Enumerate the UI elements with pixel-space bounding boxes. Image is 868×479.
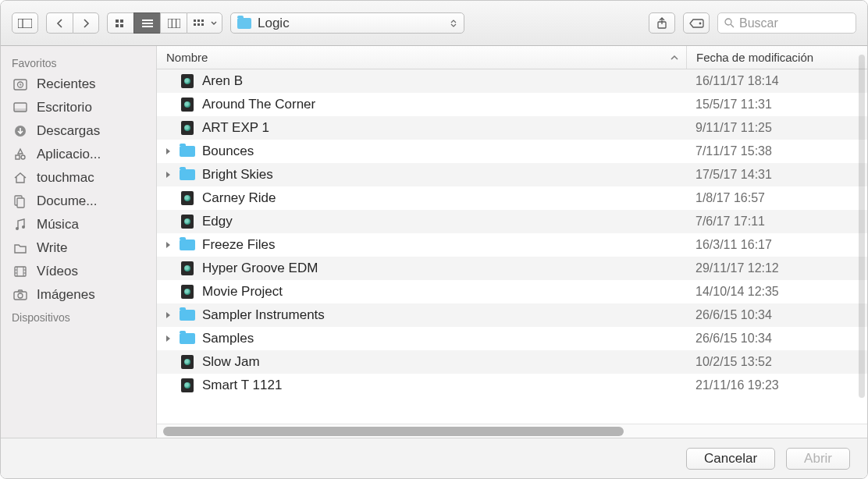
back-button[interactable] (46, 12, 73, 34)
logic-project-icon (179, 355, 196, 369)
view-list-button[interactable] (133, 12, 160, 34)
open-button[interactable]: Abrir (786, 448, 850, 470)
path-label: Logic (258, 16, 443, 31)
sidebar-item-im-genes[interactable]: Imágenes (1, 283, 156, 307)
main-area: FavoritosRecientesEscritorioDescargasApl… (1, 46, 867, 438)
file-name: Edgy (196, 214, 686, 229)
svg-point-19 (699, 22, 702, 24)
sidebar-item-label: Descargas (37, 123, 100, 139)
sidebar-item-write[interactable]: Write (1, 236, 156, 260)
film-icon (12, 264, 29, 279)
file-name: Smart T 1121 (196, 378, 686, 393)
sidebar-item-label: Imágenes (37, 287, 95, 303)
toolbar: Logic Buscar (1, 1, 867, 46)
dialog-footer: Cancelar Abrir (1, 438, 867, 478)
disclosure-triangle-icon[interactable] (157, 241, 179, 249)
file-row[interactable]: Aren B16/11/17 18:14 (157, 69, 867, 93)
music-icon (12, 218, 29, 232)
share-button[interactable] (649, 12, 675, 34)
download-icon (12, 124, 29, 138)
svg-rect-7 (142, 23, 153, 24)
path-dropdown[interactable]: Logic (230, 12, 464, 34)
sidebar-item-v-deos[interactable]: Vídeos (1, 260, 156, 283)
sidebar-toggle-button[interactable] (12, 12, 38, 34)
file-date: 16/3/11 16:17 (686, 238, 867, 252)
sidebar: FavoritosRecientesEscritorioDescargasApl… (1, 46, 157, 438)
file-date: 15/5/17 11:31 (686, 98, 867, 112)
sort-ascending-icon (671, 55, 678, 61)
sidebar-item-docume-[interactable]: Docume... (1, 190, 156, 213)
sidebar-item-label: touchmac (37, 170, 94, 186)
search-placeholder: Buscar (739, 16, 778, 30)
file-row[interactable]: Slow Jam10/2/15 13:52 (157, 350, 867, 374)
svg-rect-9 (168, 19, 180, 28)
svg-rect-16 (197, 23, 200, 26)
sidebar-item-touchmac[interactable]: touchmac (1, 166, 156, 190)
file-date: 7/11/17 15:38 (686, 144, 867, 158)
file-row[interactable]: Edgy7/6/17 17:11 (157, 210, 867, 233)
sidebar-item-label: Música (37, 217, 79, 232)
column-date-label: Fecha de modificación (696, 51, 813, 64)
folder-icon (12, 241, 29, 255)
column-date[interactable]: Fecha de modificación (686, 46, 867, 69)
sidebar-item-aplicacio-[interactable]: Aplicacio... (1, 143, 156, 166)
file-row[interactable]: Bounces7/11/17 15:38 (157, 140, 867, 163)
file-row[interactable]: Smart T 112121/11/16 19:23 (157, 374, 867, 397)
file-date: 1/8/17 16:57 (686, 191, 867, 205)
file-row[interactable]: Carney Ride1/8/17 16:57 (157, 186, 867, 210)
view-icons-button[interactable] (107, 12, 133, 34)
svg-rect-6 (142, 20, 153, 21)
file-name: ART EXP 1 (196, 120, 686, 136)
svg-rect-25 (14, 108, 27, 112)
search-icon (724, 18, 735, 28)
tag-button[interactable] (683, 12, 710, 34)
file-date: 10/2/15 13:52 (686, 355, 867, 369)
file-row[interactable]: Movie Project14/10/14 12:35 (157, 280, 867, 303)
file-name: Movie Project (196, 284, 686, 300)
disclosure-triangle-icon[interactable] (157, 147, 179, 155)
file-row[interactable]: Hyper Groove EDM29/11/17 12:12 (157, 257, 867, 280)
file-row[interactable]: Sampler Instruments26/6/15 10:34 (157, 303, 867, 327)
disclosure-triangle-icon[interactable] (157, 171, 179, 179)
file-name: Carney Ride (196, 190, 686, 206)
sidebar-item-m-sica[interactable]: Música (1, 213, 156, 236)
disclosure-triangle-icon[interactable] (157, 311, 179, 319)
column-name-label: Nombre (166, 51, 208, 64)
file-row[interactable]: Around The Corner15/5/17 11:31 (157, 93, 867, 116)
file-name: Samples (196, 331, 686, 346)
sidebar-item-escritorio[interactable]: Escritorio (1, 96, 156, 119)
vertical-scrollbar[interactable] (859, 55, 865, 398)
folder-icon (237, 18, 251, 29)
file-date: 14/10/14 12:35 (686, 285, 867, 299)
column-name[interactable]: Nombre (157, 51, 686, 64)
folder-icon (179, 308, 196, 322)
search-input[interactable]: Buscar (717, 12, 856, 34)
file-row[interactable]: Samples26/6/15 10:34 (157, 327, 867, 350)
sidebar-item-recientes[interactable]: Recientes (1, 73, 156, 96)
forward-button[interactable] (73, 12, 99, 34)
file-name: Bounces (196, 144, 686, 159)
view-gallery-button[interactable] (187, 12, 222, 34)
svg-rect-31 (15, 267, 26, 276)
sidebar-toggle-group (12, 12, 38, 34)
file-row[interactable]: ART EXP 19/11/17 11:25 (157, 116, 867, 140)
doc-icon (12, 194, 29, 208)
horizontal-scrollbar[interactable] (157, 424, 867, 438)
svg-line-21 (731, 24, 734, 27)
svg-rect-8 (142, 26, 153, 27)
file-row[interactable]: Bright Skies17/5/17 14:31 (157, 163, 867, 186)
cancel-button[interactable]: Cancelar (686, 448, 775, 470)
svg-rect-15 (194, 23, 196, 26)
logic-project-icon (179, 261, 196, 275)
disclosure-triangle-icon[interactable] (157, 335, 179, 342)
folder-icon (179, 332, 196, 346)
sidebar-item-descargas[interactable]: Descargas (1, 119, 156, 143)
file-date: 9/11/17 11:25 (686, 121, 867, 135)
logic-project-icon (179, 378, 196, 392)
view-columns-button[interactable] (160, 12, 187, 34)
svg-rect-4 (116, 24, 119, 27)
horizontal-scrollbar-thumb[interactable] (163, 427, 624, 436)
file-row[interactable]: Freeze Files16/3/11 16:17 (157, 233, 867, 257)
svg-rect-28 (17, 198, 24, 208)
file-name: Bright Skies (196, 167, 686, 183)
